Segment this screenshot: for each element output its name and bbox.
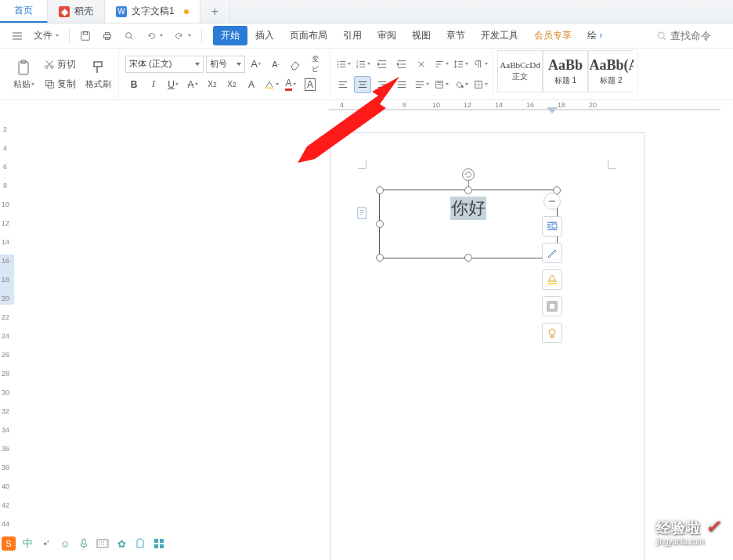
page[interactable]: 你好 [330, 133, 644, 560]
indent-increase-button[interactable] [393, 56, 410, 73]
align-left-button[interactable] [334, 76, 352, 93]
ime-tool[interactable] [133, 537, 147, 551]
ime-setting[interactable] [152, 537, 166, 551]
paste-label: 粘贴 [13, 78, 34, 90]
svg-rect-3 [105, 32, 109, 34]
undo-button[interactable] [142, 28, 167, 44]
number-list-button[interactable]: 123 [354, 56, 371, 73]
menu-view[interactable]: 视图 [404, 26, 439, 45]
border-button[interactable] [471, 76, 489, 93]
resize-handle[interactable] [376, 254, 384, 262]
change-case-button[interactable]: A [243, 76, 260, 93]
menu-start[interactable]: 开始 [213, 26, 247, 45]
align-justify-button[interactable] [393, 76, 410, 93]
align-center-button[interactable] [354, 76, 371, 93]
char-border-button[interactable]: A [302, 76, 319, 93]
asian-layout-button[interactable] [413, 56, 430, 73]
superscript-button[interactable]: X2 [204, 76, 221, 93]
font-size-select[interactable]: 初号 [206, 56, 245, 73]
ime-emoji[interactable]: ☺ [58, 537, 72, 551]
menu-page[interactable]: 页面布局 [282, 26, 335, 45]
menu-vip[interactable]: 会员专享 [526, 26, 580, 45]
tab-home[interactable]: 首页 [0, 0, 48, 23]
font-name-select[interactable]: 宋体 (正文) [125, 56, 204, 73]
indent-decrease-button[interactable] [374, 56, 391, 73]
file-button[interactable]: 文件 [30, 27, 63, 45]
paste-button[interactable]: 粘贴 [10, 57, 38, 92]
copy-button[interactable]: 复制 [40, 75, 80, 93]
menu-insert[interactable]: 插入 [247, 26, 282, 45]
menu-review[interactable]: 审阅 [370, 26, 404, 45]
menu-chapter[interactable]: 章节 [439, 26, 473, 45]
minus-icon [547, 197, 557, 206]
menu-toggle[interactable] [8, 28, 27, 44]
bullet-list-button[interactable] [334, 56, 352, 73]
style-button[interactable] [542, 243, 562, 263]
more-button[interactable] [542, 323, 562, 343]
doc-icon: W [116, 6, 127, 17]
line-spacing-button[interactable] [452, 56, 469, 73]
group-clipboard: 粘贴 剪切 复制 格式刷 [6, 50, 119, 98]
tab-document[interactable]: W 文字文稿1 [105, 0, 200, 23]
search-input[interactable] [670, 30, 725, 42]
align-distribute-button[interactable] [413, 76, 430, 93]
subscript-button[interactable]: X2 [223, 76, 240, 93]
strike-button[interactable]: A [184, 76, 201, 93]
bold-button[interactable]: B [125, 76, 143, 93]
layout-button[interactable] [542, 216, 562, 237]
clear-format-button[interactable] [287, 56, 304, 73]
ime-mic[interactable] [77, 537, 91, 551]
save-button[interactable] [76, 28, 95, 44]
ruler-vertical[interactable] [0, 117, 14, 560]
font-grow-button[interactable]: A+ [247, 56, 265, 73]
tab-add[interactable]: + [200, 0, 230, 23]
textbox[interactable]: 你好 [379, 190, 558, 258]
caret-icon [293, 83, 296, 85]
ime-kbd[interactable] [96, 537, 110, 551]
preview-icon [124, 31, 135, 42]
resize-handle[interactable] [376, 220, 384, 228]
italic-button[interactable]: I [145, 76, 162, 93]
text-direction-button[interactable] [432, 76, 450, 93]
ime-skin[interactable]: ✿ [114, 537, 128, 551]
rotate-handle[interactable] [462, 168, 475, 181]
resize-handle[interactable] [464, 254, 472, 262]
font-shrink-button[interactable]: A- [267, 56, 284, 73]
resize-handle[interactable] [376, 186, 384, 194]
shading-button[interactable] [452, 76, 469, 93]
menu-draw[interactable]: 绘 › [580, 26, 610, 45]
outline-button[interactable] [542, 296, 562, 316]
show-marks-button[interactable] [471, 56, 489, 73]
ime-punct[interactable]: •' [39, 537, 53, 551]
print-button[interactable] [98, 28, 117, 44]
underline-button[interactable]: U [164, 76, 182, 93]
plus-icon: + [211, 5, 218, 19]
menu-dev[interactable]: 开发工具 [473, 26, 526, 45]
textbox-text[interactable]: 你好 [450, 197, 486, 220]
sort-button[interactable] [432, 56, 450, 73]
svg-rect-1 [83, 31, 87, 34]
collapse-button[interactable] [543, 193, 561, 210]
preview-button[interactable] [120, 28, 139, 44]
cut-button[interactable]: 剪切 [40, 56, 80, 74]
align-right-button[interactable] [374, 76, 391, 93]
format-painter-button[interactable]: 格式刷 [82, 57, 114, 92]
ime-lang[interactable]: 中 [20, 537, 34, 551]
svg-rect-35 [160, 544, 164, 548]
fill-button[interactable] [542, 269, 562, 290]
redo-button[interactable] [170, 28, 195, 44]
menu-ref[interactable]: 引用 [335, 26, 370, 45]
style-h2[interactable]: AaBb(A 标题 2 [588, 50, 634, 92]
tab-shell[interactable]: ◆ 稻壳 [48, 0, 105, 23]
resize-handle[interactable] [464, 186, 472, 194]
text-effect-button[interactable] [262, 76, 280, 93]
canvas[interactable]: 你好 [14, 114, 733, 560]
search-box[interactable] [656, 30, 725, 42]
file-label: 文件 [34, 29, 52, 42]
ime-indicator[interactable]: S [2, 537, 16, 551]
font-color-button[interactable]: A [282, 76, 299, 93]
pinyin-button[interactable]: 变ピ [306, 56, 323, 73]
style-normal[interactable]: AaBbCcDd 正文 [497, 50, 543, 92]
ruler-horizontal[interactable] [329, 100, 733, 114]
style-h1[interactable]: AaBb 标题 1 [543, 50, 588, 92]
